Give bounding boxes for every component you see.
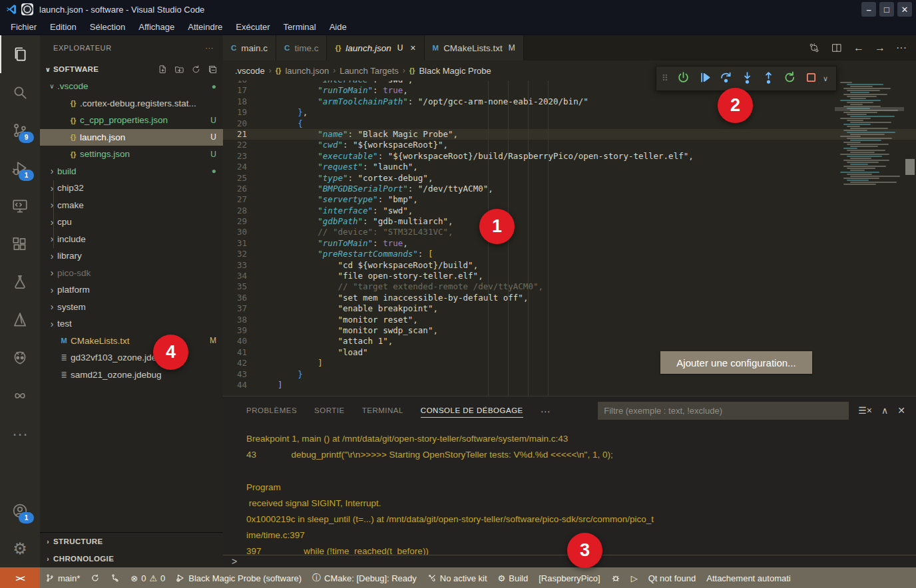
line-number[interactable]: 23	[223, 151, 258, 162]
line-number[interactable]: 42	[223, 358, 258, 368]
line-number[interactable]: 32	[223, 249, 258, 259]
forward-icon[interactable]: →	[875, 42, 885, 54]
activity-platformio[interactable]	[0, 339, 40, 376]
tab-main-c[interactable]: Cmain.c	[223, 35, 276, 61]
line-number[interactable]: 35	[223, 281, 258, 292]
line-number[interactable]: 27	[223, 194, 258, 205]
new-file-icon[interactable]	[158, 65, 168, 74]
status-bug[interactable]	[606, 573, 626, 583]
activity-cmake[interactable]	[0, 301, 40, 339]
step-over-button[interactable]	[716, 69, 735, 88]
menu-affichage[interactable]: Affichage	[132, 20, 181, 34]
tree-item-settings-json[interactable]: {}settings.jsonU	[40, 146, 223, 163]
line-number[interactable]: 36	[223, 293, 258, 303]
menu-aide[interactable]: Aide	[323, 20, 353, 34]
minimap[interactable]	[837, 82, 903, 393]
line-number[interactable]: 16	[223, 80, 258, 85]
status-0[interactable]: ⊗0⚠0	[125, 573, 170, 583]
line-number[interactable]: 44	[223, 380, 258, 390]
breadcrumb-item[interactable]: .vscode	[235, 66, 265, 76]
tree-item-library[interactable]: ›library	[40, 247, 223, 265]
panel-tab-terminal[interactable]: TERMINAL	[362, 404, 403, 417]
collapse-panel-icon[interactable]: ∧	[881, 405, 888, 416]
line-number[interactable]: 43	[223, 369, 258, 380]
console-filter-input[interactable]: Filtre (exemple : text, !exclude)	[598, 402, 849, 420]
menu-fichier[interactable]: Fichier	[4, 20, 43, 34]
line-number[interactable]: 21	[223, 129, 258, 140]
status-no-active-kit[interactable]: No active kit	[422, 573, 493, 583]
step-out-button[interactable]	[759, 69, 778, 88]
tree-item-gd32vf103-ozone-jdebug[interactable]: ≣gd32vf103_ozone.jdebug	[40, 349, 223, 367]
stop-button[interactable]	[802, 69, 820, 88]
activity-settings[interactable]: ⚙	[0, 529, 40, 567]
tree-item-chip32[interactable]: ›chip32	[40, 180, 223, 197]
panel-tab-probl-mes[interactable]: PROBLÈMES	[246, 404, 297, 417]
line-number[interactable]: 34	[223, 271, 258, 281]
tree-item-pico-sdk[interactable]: ›pico-sdk	[40, 265, 223, 282]
status-attachement-automati[interactable]: Attachement automati	[701, 573, 796, 583]
minimize-button[interactable]: –	[861, 2, 876, 17]
explorer-more-icon[interactable]: ···	[205, 44, 214, 52]
chevron-down-icon[interactable]: ∨	[823, 74, 831, 83]
line-number[interactable]: 33	[223, 260, 258, 271]
activity-more[interactable]: ···	[0, 414, 40, 452]
panel-tab-console-de-d-bogage[interactable]: CONSOLE DE DÉBOGAGE	[421, 404, 523, 418]
activity-search[interactable]	[0, 73, 40, 111]
line-number[interactable]: 19	[223, 107, 258, 118]
tree-item-cmake[interactable]: ›cmake	[40, 197, 223, 214]
split-editor-icon[interactable]	[831, 42, 843, 54]
menu-exécuter[interactable]: Exécuter	[229, 20, 276, 34]
line-number[interactable]: 37	[223, 303, 258, 314]
breadcrumb-item[interactable]: Black Magic Probe	[419, 66, 491, 76]
status-black-magic-probe-software-[interactable]: Black Magic Probe (software)	[170, 573, 307, 583]
step-into-button[interactable]	[738, 69, 756, 88]
close-tab-icon[interactable]: ×	[410, 43, 415, 53]
tree-item-include[interactable]: ›include	[40, 231, 223, 248]
line-number[interactable]: 39	[223, 325, 258, 336]
status-play[interactable]: ▷	[626, 573, 643, 583]
activity-extensions[interactable]	[0, 225, 40, 263]
more-icon[interactable]: ···	[896, 42, 907, 54]
drag-grip-icon[interactable]: ⠿	[662, 76, 671, 80]
activity-explorer[interactable]	[0, 35, 40, 73]
status-main-[interactable]: main*	[40, 573, 85, 583]
tab-time-c[interactable]: Ctime.c	[276, 35, 327, 61]
menu-sélection[interactable]: Sélection	[83, 20, 132, 34]
breadcrumb-item[interactable]: Launch Targets	[340, 66, 399, 76]
status-build[interactable]: ⚙Build	[493, 573, 534, 583]
line-number[interactable]: 26	[223, 184, 258, 194]
section-structure[interactable]: ›STRUCTURE	[40, 533, 223, 550]
line-number[interactable]: 17	[223, 85, 258, 96]
clear-console-icon[interactable]: ☰×	[858, 405, 872, 416]
line-number[interactable]: 22	[223, 140, 258, 150]
menu-atteindre[interactable]: Atteindre	[181, 20, 229, 34]
status-cmake-debug-ready[interactable]: ⓘCMake: [Debug]: Ready	[307, 572, 422, 584]
editor-scrollbar[interactable]	[904, 80, 916, 395]
continue-button[interactable]	[695, 69, 714, 88]
panel-tab-sortie[interactable]: SORTIE	[314, 404, 345, 417]
section-chronologie[interactable]: ›CHRONOLOGIE	[40, 550, 223, 567]
collapse-all-icon[interactable]	[208, 65, 218, 74]
line-number[interactable]: 18	[223, 96, 258, 107]
maximize-button[interactable]: □	[879, 2, 894, 17]
menu-edition[interactable]: Edition	[43, 20, 83, 34]
line-number[interactable]: 24	[223, 162, 258, 172]
tab-launch-json[interactable]: {}launch.jsonU×	[327, 35, 424, 61]
close-panel-icon[interactable]: ✕	[897, 405, 905, 416]
status--raspberrypico-[interactable]: [RaspberryPico]	[533, 573, 605, 583]
tree-item--cortex-debug-registers-stat-[interactable]: {}.cortex-debug.registers.stat...	[40, 95, 223, 112]
menu-terminal[interactable]: Terminal	[277, 20, 323, 34]
status-branch2[interactable]	[105, 573, 125, 583]
activity-testing[interactable]	[0, 263, 40, 301]
line-number[interactable]: 25	[223, 173, 258, 184]
line-number[interactable]: 28	[223, 206, 258, 216]
restart-button[interactable]	[780, 69, 799, 88]
power-button[interactable]	[674, 69, 692, 88]
activity-source-control[interactable]: 9	[0, 111, 40, 149]
activity-infinity[interactable]	[0, 376, 40, 414]
tree-item-cpu[interactable]: ›cpu	[40, 214, 223, 231]
line-number[interactable]: 29	[223, 216, 258, 227]
workspace-section-header[interactable]: ∨ SOFTWARE	[40, 61, 223, 78]
line-number[interactable]: 30	[223, 227, 258, 237]
line-number[interactable]: 38	[223, 315, 258, 325]
